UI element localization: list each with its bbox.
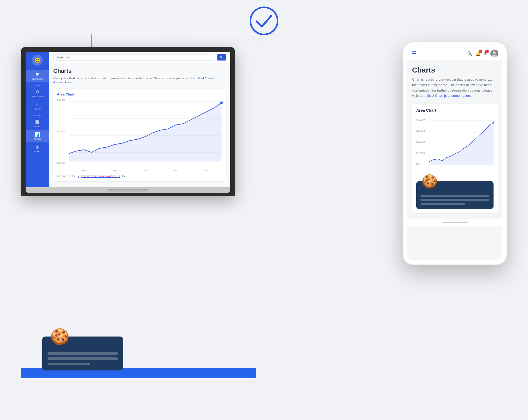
x-label-sep: Sep [174, 169, 178, 172]
demo-note-pre: be found in the [57, 175, 76, 178]
demo-note: be found in the /js/demo/chart-area-demo… [57, 175, 222, 178]
y-label-20k: $20,000 [57, 161, 66, 164]
sidebar-label-dashboard: Dashboard [32, 78, 43, 80]
sidebar-label-tables: Tables [34, 150, 41, 153]
cookie-line-3 [48, 363, 90, 365]
dashboard-icon: ⊞ [36, 72, 39, 77]
phone-bottom-bar [407, 219, 502, 226]
y-axis-labels: $40,000 $30,000 $20,000 [57, 99, 67, 164]
laptop-notch [107, 189, 149, 191]
phone-chart-svg [429, 118, 494, 165]
desc-text-2: please visit the [176, 77, 195, 80]
phone-mockup: ☰ 🔍 🔔 3+ ✉ 7 [403, 42, 507, 265]
phone-cookie-line-2 [420, 199, 489, 201]
phone-y-20k: $20,000 [416, 141, 425, 143]
topbar: 🔍 [49, 52, 230, 63]
sidebar-logo: 😊 [32, 55, 43, 66]
phone-y-10k: $10,000 [416, 152, 425, 154]
main-content: 🔍 Charts Chart.js is a third party plugi… [49, 52, 230, 187]
sidebar-section-interface: INTERFACE [26, 82, 49, 87]
laptop-mockup: 😊 ⊞ Dashboard INTERFACE ⚙ Components ✏ U… [21, 47, 235, 196]
tables-icon: ⊞ [36, 145, 39, 149]
sidebar-item-components[interactable]: ⚙ Components [26, 87, 49, 100]
page-title: Charts [53, 68, 226, 74]
phone-cookie-line-1 [420, 195, 489, 197]
area-chart: $40,000 $30,000 $20,000 [57, 99, 222, 172]
page-body: Charts Chart.js is a third party plugin … [49, 63, 230, 187]
phone-y-30k: $30,000 [416, 130, 425, 132]
page-description: Chart.js is a third party plugin that is… [53, 76, 226, 85]
pages-icon: 📄 [35, 119, 40, 124]
phone-area-chart: $40,000 $30,000 $20,000 $10,000 $0 [416, 118, 494, 171]
area-chart-svg [69, 99, 230, 161]
x-label-jul: Jul [144, 169, 147, 172]
cookie-consent-laptop: 🍪 [42, 337, 123, 370]
phone-search-icon[interactable]: 🔍 [467, 51, 472, 56]
phone-doc-link-end: . [471, 94, 472, 98]
sidebar-item-dashboard[interactable]: ⊞ Dashboard [26, 70, 49, 82]
svg-point-11 [493, 51, 496, 54]
desc-text-1: Chart.js is a third party plugin that is… [53, 77, 175, 80]
search-input[interactable] [56, 56, 212, 59]
phone-messages[interactable]: ✉ 7 [484, 51, 487, 56]
sidebar: 😊 ⊞ Dashboard INTERFACE ⚙ Components ✏ U… [26, 52, 49, 187]
demo-note-post: file. [122, 175, 126, 178]
charts-icon: 📊 [35, 132, 40, 137]
y-label-40k: $40,000 [57, 99, 66, 101]
sidebar-item-utilities[interactable]: ✏ Utilities [26, 100, 49, 112]
phone-y-0: $0 [416, 163, 425, 165]
notifications-badge: 3+ [479, 50, 482, 53]
messages-badge: 7 [485, 50, 489, 53]
hamburger-icon[interactable]: ☰ [412, 50, 416, 57]
search-button[interactable]: 🔍 [217, 54, 226, 61]
phone-cookie-line-3 [420, 203, 465, 205]
sidebar-label-components: Components [31, 95, 44, 98]
svg-point-4 [250, 7, 278, 34]
sidebar-label-charts: Charts [34, 138, 41, 140]
sidebar-section-addons: ADDONS [26, 112, 49, 117]
phone-topbar-icons: 🔍 🔔 3+ ✉ 7 [467, 50, 498, 57]
utilities-icon: ✏ [36, 102, 39, 107]
area-chart-card: Area Chart $40,000 $30,000 $20,000 [53, 89, 226, 181]
sidebar-label-pages: Pages [34, 125, 41, 128]
cookie-line-1 [48, 352, 118, 355]
svg-point-9 [220, 101, 223, 104]
demo-file-link[interactable]: /js/demo/chart-area-demo.js [77, 175, 121, 178]
desc-end: . [73, 81, 74, 84]
cookie-line-2 [48, 357, 118, 360]
phone-notifications[interactable]: 🔔 3+ [476, 51, 481, 56]
phone-area-chart-card: Area Chart $40,000 $30,000 $20,000 $10,0… [412, 104, 498, 213]
phone-topbar: ☰ 🔍 🔔 3+ ✉ 7 [407, 46, 502, 61]
cookie-icon-laptop: 🍪 [50, 327, 70, 346]
x-label-may: May [113, 169, 117, 172]
user-avatar[interactable] [490, 50, 498, 57]
cookie-consent-phone: 🍪 [416, 181, 494, 209]
sidebar-item-charts[interactable]: 📊 Charts [26, 130, 49, 142]
phone-page-description: Chart.js is a third party plugin that is… [412, 77, 498, 99]
phone-area-chart-title: Area Chart [416, 108, 494, 115]
x-axis-labels: Mar May Jul Sep Nov [69, 169, 222, 172]
search-box[interactable] [53, 54, 214, 61]
sidebar-item-pages[interactable]: 📄 Pages [26, 117, 49, 130]
components-icon: ⚙ [36, 89, 39, 94]
x-label-mar: Mar [82, 169, 86, 172]
phone-body: Charts Chart.js is a third party plugin … [407, 61, 502, 219]
phone-y-40k: $40,000 [416, 118, 425, 121]
area-chart-title: Area Chart [57, 92, 222, 96]
x-label-nov: Nov [205, 169, 209, 172]
sidebar-item-tables[interactable]: ⊞ Tables [26, 142, 49, 155]
cookie-icon-phone: 🍪 [421, 174, 438, 189]
phone-page-title: Charts [412, 66, 498, 74]
checkmark-badge [248, 5, 280, 38]
phone-home-indicator[interactable] [442, 222, 468, 223]
y-label-30k: $30,000 [57, 130, 66, 133]
sidebar-label-utilities: Utilities [33, 108, 41, 110]
demo-file-code: /js/demo/chart-area-demo.js [77, 175, 121, 178]
phone-doc-link[interactable]: official Chart.js documentation [425, 94, 470, 98]
